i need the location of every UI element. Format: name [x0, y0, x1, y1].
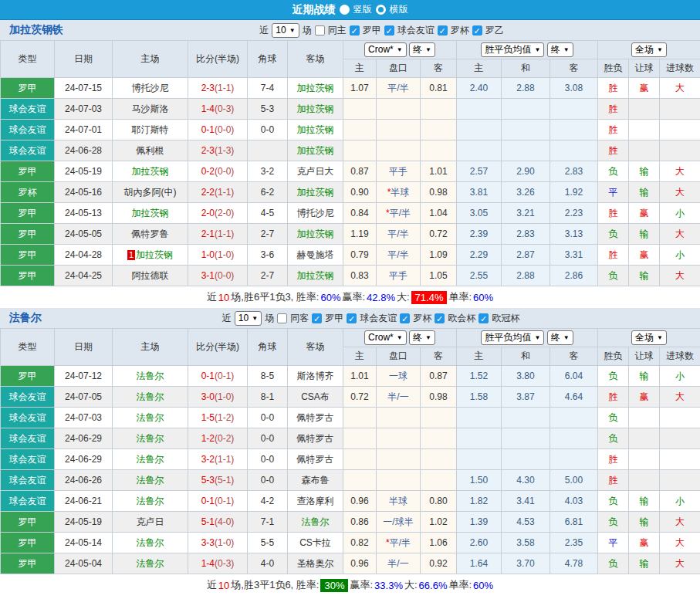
section-galati: 加拉茨钢铁 近10▼场同主✓罗甲✓球会友谊✓罗杯✓罗乙 类型 日期 主场 比分(…: [0, 20, 700, 308]
goals-cell: [660, 120, 700, 140]
odds-time-select[interactable]: 终▼: [409, 42, 435, 57]
corner-cell: [248, 140, 288, 161]
result-cell: 负: [598, 512, 629, 533]
league-checkbox[interactable]: ✓: [438, 25, 448, 36]
home-team-name: 加拉茨钢: [132, 166, 169, 177]
handicap-cell: 平手: [377, 161, 421, 182]
scope-select[interactable]: 全场▼: [631, 330, 667, 345]
handicap-cell: 平/半: [377, 245, 421, 266]
summary-segment: 大:: [404, 578, 418, 592]
corner-cell: 4-2: [248, 491, 288, 512]
radio-vertical-icon[interactable]: [340, 5, 350, 15]
summary-segment: 60%: [473, 580, 493, 591]
halftime-score: (2-0): [215, 208, 234, 218]
summary-segment: 10: [218, 292, 229, 303]
avg-type-select[interactable]: 胜平负均值▼: [481, 330, 544, 345]
odds-away-cell: 1.09: [421, 245, 457, 266]
league-checkbox[interactable]: ✓: [350, 25, 360, 36]
halftime-score: (1-1): [215, 187, 234, 198]
summary-segment: 赢率:: [342, 290, 365, 304]
avg-time-select[interactable]: 终▼: [547, 330, 573, 345]
score-cell: 5-3(5-1): [188, 470, 248, 491]
avg-away-cell: [550, 99, 598, 120]
odds-source-select[interactable]: Crow*▼: [364, 330, 407, 345]
table-row: 球会友谊24-06-28佩利根2-3(1-3)加拉茨钢胜: [1, 140, 700, 161]
avg-group-header: 胜平负均值▼ 终▼: [457, 329, 598, 347]
avg-home-cell: [457, 428, 502, 449]
recent-count-value: 10: [276, 25, 286, 36]
away-team-name: 博托沙尼: [297, 208, 334, 218]
halftime-score: (1-1): [215, 228, 234, 239]
radio-horizontal-icon[interactable]: [376, 5, 386, 15]
fulltime-score: 1-0: [201, 249, 215, 260]
date-cell: 24-07-12: [55, 366, 113, 387]
col-corner: 角球: [248, 329, 288, 366]
handicap-value: 平手: [389, 270, 407, 281]
league-checkbox[interactable]: ✓: [312, 313, 322, 323]
league-checkbox[interactable]: ✓: [347, 313, 357, 323]
result-cell: 负: [598, 408, 629, 428]
league-checkbox[interactable]: ✓: [479, 313, 489, 323]
away-team-cell: 加拉茨钢: [288, 182, 343, 203]
match-type-cell: 罗甲: [1, 366, 55, 387]
recent-count-select[interactable]: 10▼: [272, 23, 299, 38]
halftime-score: (0-0): [215, 124, 234, 135]
handicap-cell: 半/一: [377, 553, 421, 574]
halftime-score: (0-2): [215, 433, 234, 444]
handicap-value: 平/半: [387, 228, 408, 239]
odds-away-cell: 0.80: [421, 491, 457, 512]
radio-vertical-label[interactable]: 竖版: [353, 3, 372, 16]
halftime-score: (5-1): [215, 475, 234, 486]
matches-table: 类型 日期 主场 比分(半场) 角球 客场 Crow*▼ 终▼ 胜平负均值▼ 终…: [0, 40, 700, 286]
avg-time-select[interactable]: 终▼: [547, 42, 573, 57]
league-checkbox[interactable]: ✓: [472, 25, 482, 36]
league-checkbox[interactable]: ✓: [400, 313, 410, 323]
home-team-cell: 耶汀斯特: [113, 120, 188, 140]
handicap-cell: 平/半: [377, 78, 421, 99]
corner-cell: 2-7: [248, 266, 288, 286]
away-team-cell: 加拉茨钢: [288, 140, 343, 161]
sub-col-avg-away: 客: [550, 59, 598, 78]
fulltime-score: 2-3: [201, 83, 215, 93]
table-row: 罗甲24-05-05佩特罗鲁2-1(1-1)2-7加拉茨钢1.19平/半0.72…: [1, 224, 700, 245]
avg-home-cell: [457, 99, 502, 120]
avg-draw-cell: 2.83: [502, 224, 550, 245]
table-row: 球会友谊24-07-03马沙斯洛1-4(0-3)5-3加拉茨钢胜: [1, 99, 700, 120]
handicap-result-cell: 赢: [629, 245, 660, 266]
recent-count-select[interactable]: 10▼: [235, 311, 262, 326]
scope-select[interactable]: 全场▼: [631, 42, 667, 57]
halftime-score: (0-1): [215, 496, 234, 506]
odds-away-cell: 1.06: [421, 533, 457, 553]
avg-draw-cell: 2.87: [502, 245, 550, 266]
odds-home-cell: [343, 449, 377, 470]
odds-home-cell: 0.87: [343, 161, 377, 182]
same-venue-checkbox[interactable]: [315, 25, 325, 36]
home-team-name: 法鲁尔: [137, 496, 164, 506]
avg-away-cell: 2.83: [550, 161, 598, 182]
halftime-score: (0-0): [215, 270, 234, 281]
league-checkbox[interactable]: ✓: [435, 313, 445, 323]
avg-type-select[interactable]: 胜平负均值▼: [481, 42, 544, 57]
fulltime-score: 2-3: [201, 145, 215, 156]
fulltime-score: 5-3: [201, 475, 215, 486]
section-farul: 法鲁尔 近10▼场同客✓罗甲✓球会友谊✓罗杯✓欧会杯✓欧冠杯 类型 日期 主场 …: [0, 308, 700, 596]
radio-horizontal-label[interactable]: 横版: [390, 3, 408, 16]
home-team-name: 佩特罗鲁: [132, 228, 169, 239]
summary-segment: 10: [218, 580, 229, 591]
avg-away-cell: 2.23: [550, 203, 598, 224]
handicap-result-cell: [629, 428, 660, 449]
goals-cell: 大: [660, 387, 700, 408]
fulltime-score: 3-0: [201, 391, 215, 402]
home-team-cell: 加拉茨钢: [113, 203, 188, 224]
league-checkbox[interactable]: ✓: [384, 25, 394, 36]
odds-time-select[interactable]: 终▼: [409, 330, 435, 345]
odds-source-select[interactable]: Crow*▼: [364, 42, 407, 57]
date-cell: 24-06-28: [55, 140, 113, 161]
summary-line: 近10场,胜6平1负3, 胜率:60% 赢率:42.8% 大:71.4% 单率:…: [0, 286, 700, 308]
handicap-result-cell: 输: [629, 491, 660, 512]
filters: 近10▼场同主✓罗甲✓球会友谊✓罗杯✓罗乙: [259, 23, 503, 38]
col-type: 类型: [1, 41, 55, 78]
match-type-cell: 球会友谊: [1, 470, 55, 491]
corner-cell: 7-1: [248, 512, 288, 533]
same-venue-checkbox[interactable]: [277, 313, 287, 323]
